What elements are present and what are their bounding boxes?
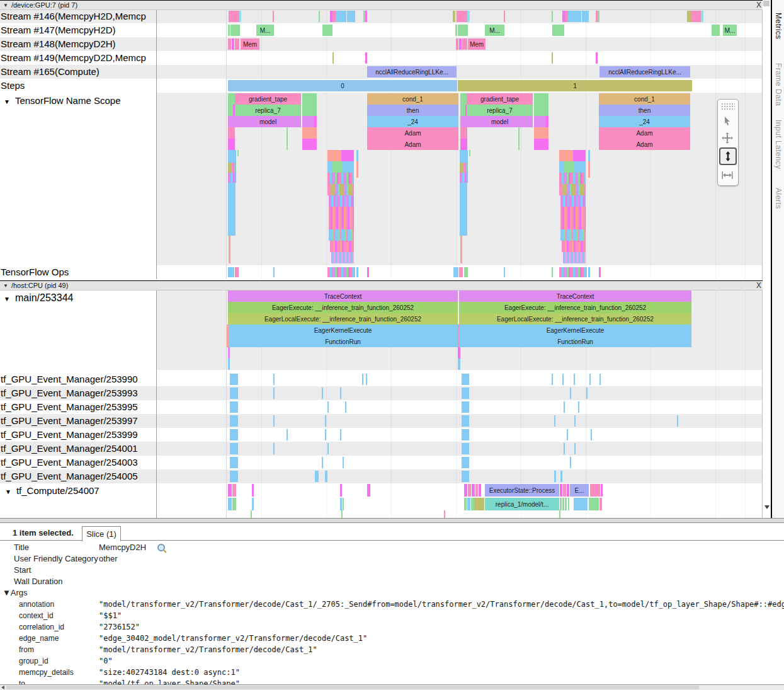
trace-slice[interactable] <box>232 484 236 497</box>
trace-slice[interactable]: _24 <box>599 116 690 127</box>
trace-slice[interactable] <box>565 498 567 510</box>
trace-slice[interactable] <box>560 207 586 218</box>
trace-slice[interactable] <box>562 241 586 252</box>
trace-slice[interactable] <box>327 150 341 161</box>
trace-slice[interactable] <box>560 218 586 229</box>
trace-slice[interactable]: EagerExecute: __inference_train_function… <box>228 302 458 313</box>
trace-slice[interactable] <box>230 457 238 468</box>
trace-slice[interactable] <box>552 374 553 385</box>
trace-slice[interactable] <box>504 267 505 277</box>
trace-slice[interactable] <box>229 236 230 263</box>
trace-slice[interactable] <box>228 93 235 105</box>
args-header[interactable]: ▼Args <box>3 587 28 599</box>
trace-slice[interactable] <box>460 127 467 139</box>
trace-slice[interactable] <box>462 457 469 468</box>
trace-slice[interactable] <box>691 11 701 22</box>
trace-slice[interactable] <box>560 484 562 497</box>
trace-slice[interactable] <box>230 471 238 482</box>
trace-slice[interactable]: E... <box>570 484 589 497</box>
trace-slice[interactable] <box>230 415 238 427</box>
trace-slice[interactable] <box>331 184 354 195</box>
trace-slice[interactable] <box>347 11 355 22</box>
trace-slice[interactable] <box>559 510 560 518</box>
trace-slice[interactable] <box>534 105 548 116</box>
trace-slice[interactable] <box>343 161 354 173</box>
trace-slice[interactable]: M... <box>256 25 274 36</box>
trace-slice[interactable] <box>343 498 344 510</box>
trace-slice[interactable] <box>554 415 555 427</box>
trace-slice[interactable] <box>273 11 274 22</box>
trace-slice[interactable] <box>327 443 329 454</box>
trace-slice[interactable] <box>235 267 239 277</box>
scroll-down-arrow-icon[interactable] <box>764 505 770 509</box>
trace-slice[interactable] <box>252 498 254 510</box>
trace-slice[interactable] <box>567 484 569 497</box>
trace-slice[interactable] <box>327 161 332 173</box>
trace-slice[interactable] <box>315 471 319 482</box>
trace-slice[interactable] <box>588 150 590 161</box>
trace-slice[interactable] <box>567 429 568 440</box>
trace-slice[interactable] <box>228 267 234 277</box>
trace-slice[interactable] <box>228 150 236 163</box>
cpu-process-header[interactable]: ▼ /host:CPU (pid 49) X <box>0 280 771 290</box>
trace-slice[interactable] <box>340 498 342 510</box>
trace-slice[interactable]: EagerLocalExecute: __inference_train_fun… <box>228 313 458 325</box>
trace-slice[interactable] <box>273 443 275 454</box>
trace-slice[interactable] <box>228 183 236 236</box>
trace-slice[interactable] <box>302 105 317 116</box>
trace-slice[interactable] <box>327 267 355 277</box>
trace-slice[interactable] <box>712 25 720 36</box>
trace-slice[interactable] <box>365 11 367 22</box>
trace-slice[interactable] <box>228 127 235 139</box>
trace-slice[interactable]: cond_1 <box>599 93 690 105</box>
trace-slice[interactable] <box>457 11 467 22</box>
trace-slice[interactable] <box>586 388 588 399</box>
trace-slice[interactable] <box>228 163 236 173</box>
trace-slice[interactable] <box>479 484 481 497</box>
horizontal-scrollbar[interactable] <box>0 684 784 690</box>
trace-slice[interactable] <box>340 484 342 497</box>
trace-slice[interactable]: ncclAllReduceRingLLKe... <box>367 66 457 78</box>
trace-slice[interactable] <box>332 161 343 173</box>
compute-thread-label[interactable]: ▼tf_Compute/254007 <box>5 484 99 498</box>
trace-slice[interactable] <box>287 139 288 150</box>
trace-slice[interactable] <box>560 229 586 241</box>
trace-slice[interactable] <box>599 374 601 385</box>
trace-slice[interactable] <box>230 25 240 36</box>
trace-slice[interactable] <box>228 359 230 370</box>
trace-slice[interactable] <box>340 429 341 440</box>
trace-slice[interactable] <box>462 388 469 399</box>
trace-slice[interactable] <box>462 415 469 427</box>
trace-slice[interactable] <box>568 498 569 510</box>
trace-slice[interactable] <box>319 11 320 22</box>
trace-slice[interactable] <box>227 325 229 347</box>
trace-slice[interactable] <box>474 498 484 510</box>
trace-slice[interactable]: TraceContext <box>228 290 458 302</box>
pan-tool-button[interactable] <box>718 129 737 146</box>
trace-slice[interactable]: Mem <box>468 38 486 50</box>
trace-slice[interactable] <box>464 267 468 277</box>
trace-slice[interactable] <box>462 429 469 440</box>
trace-slice[interactable] <box>462 443 469 454</box>
trace-slice[interactable]: EagerKernelExecute <box>459 325 691 336</box>
trace-slice[interactable]: EagerLocalExecute: __inference_train_fun… <box>459 313 691 325</box>
trace-slice[interactable]: TraceContext <box>459 290 691 302</box>
trace-slice[interactable] <box>228 498 232 510</box>
panel-resize-divider[interactable] <box>0 518 784 523</box>
trace-slice[interactable] <box>230 374 238 385</box>
trace-slice[interactable] <box>518 127 520 139</box>
trace-slice[interactable] <box>356 161 358 178</box>
trace-slice[interactable] <box>345 401 346 413</box>
trace-slice[interactable] <box>273 415 275 427</box>
trace-slice[interactable] <box>598 11 599 22</box>
trace-slice[interactable] <box>232 38 234 50</box>
vertical-scrollbar-thumb[interactable] <box>763 1 770 6</box>
trace-slice[interactable] <box>464 484 467 497</box>
trace-slice[interactable] <box>453 11 455 22</box>
trace-slice[interactable] <box>336 11 346 22</box>
trace-slice[interactable]: replica_7 <box>467 105 533 116</box>
trace-slice[interactable]: M... <box>485 25 504 36</box>
trace-slice[interactable] <box>329 229 354 241</box>
collapse-triangle-icon[interactable]: ▼ <box>4 98 10 105</box>
trace-slice[interactable] <box>235 38 239 50</box>
